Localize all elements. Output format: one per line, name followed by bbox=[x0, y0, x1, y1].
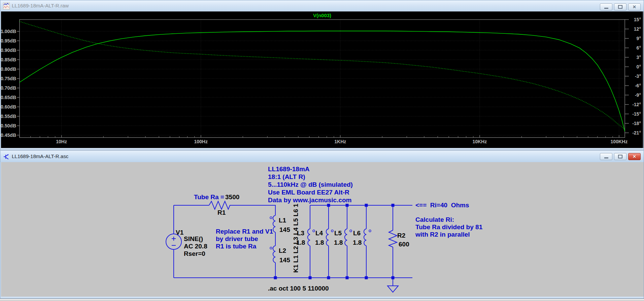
maximize-icon bbox=[618, 5, 622, 9]
y-right-tick-label: -21° bbox=[632, 130, 641, 136]
l3-name[interactable]: L3 bbox=[297, 230, 304, 237]
y-right-tick-label: 12° bbox=[634, 26, 641, 32]
r1-name[interactable]: R1 bbox=[217, 209, 226, 216]
r1-value[interactable]: 3500 bbox=[225, 193, 239, 201]
resistor-r1-symbol[interactable] bbox=[209, 201, 231, 209]
comment-tube-ra[interactable]: Tube Ra = bbox=[194, 193, 224, 201]
minimize-icon bbox=[604, 157, 608, 158]
comment-header-1[interactable]: LL1689-18mA bbox=[268, 165, 310, 173]
y-right-tick-label: -15° bbox=[632, 111, 641, 117]
l5-name[interactable]: L5 bbox=[334, 230, 342, 237]
inductor-l3-symbol[interactable] bbox=[308, 229, 310, 246]
close-button-schematic[interactable]: ✕ bbox=[628, 153, 641, 160]
y-right-tick-label: 9° bbox=[637, 36, 641, 41]
close-button-waveform[interactable]: ✕ bbox=[628, 3, 641, 10]
waveform-window-icon bbox=[3, 3, 10, 9]
ground-symbol[interactable] bbox=[387, 286, 398, 292]
k1-mutual-directive[interactable]: K1 L1 L2 L3 L4 L5 L6 1 bbox=[292, 204, 299, 273]
l6-value[interactable]: 1.8 bbox=[353, 239, 362, 246]
y-left-tick-label: 0.45dB bbox=[1, 132, 16, 138]
phase-dot-l1 bbox=[270, 217, 272, 219]
comment-header-3[interactable]: 5...110kHz @ dB (simulated) bbox=[268, 181, 353, 188]
titlebar-schematic[interactable]: LL1689-18mA-ALT-R.asc ✕ bbox=[0, 151, 644, 162]
y-right-tick-label: 15° bbox=[634, 17, 641, 22]
window-title-schematic: LL1689-18mA-ALT-R.asc bbox=[12, 153, 68, 159]
minimize-button-waveform[interactable] bbox=[600, 3, 612, 10]
r2-value[interactable]: 600 bbox=[399, 241, 409, 248]
comment-replace-2[interactable]: by driver tube bbox=[216, 235, 258, 242]
r2-name[interactable]: R2 bbox=[397, 232, 405, 239]
comment-calc-2[interactable]: Tube Ra divided by 81 bbox=[415, 223, 483, 231]
inductor-l4-symbol[interactable] bbox=[326, 229, 329, 246]
v1-name[interactable]: V1 bbox=[176, 229, 184, 236]
y-left-tick-label: 0.60dB bbox=[1, 104, 16, 110]
l2-value[interactable]: 145 bbox=[279, 257, 290, 264]
y-left-tick-label: 0.75dB bbox=[1, 76, 16, 81]
v1-value-line2[interactable]: AC 20.8 bbox=[184, 243, 207, 250]
maximize-icon bbox=[618, 155, 622, 158]
x-tick-label: 100Hz bbox=[194, 139, 207, 144]
inductor-l1-symbol[interactable] bbox=[273, 215, 275, 232]
l3-value[interactable]: 1.8 bbox=[296, 239, 305, 246]
window-waveform: LL1689-18mA-ALT-R.raw ✕ 1.00dB0.95dB0.90… bbox=[0, 0, 644, 150]
x-tick-label: 1KHz bbox=[334, 139, 346, 144]
y-left-tick-label: 1.00dB bbox=[1, 29, 16, 34]
phase-dot-l2 bbox=[270, 247, 272, 249]
v1-value-line3[interactable]: Rser=0 bbox=[184, 250, 205, 257]
y-right-tick-label: 6° bbox=[637, 45, 641, 51]
minimize-button-schematic[interactable] bbox=[600, 153, 612, 160]
x-tick-label: 10KHz bbox=[472, 139, 487, 144]
voltage-source-polarity-marks bbox=[172, 237, 176, 245]
l4-value[interactable]: 1.8 bbox=[315, 239, 324, 246]
y-left-tick-label: 0.50dB bbox=[1, 123, 16, 128]
y-right-tick-label: -12° bbox=[632, 102, 641, 107]
waveform-plot[interactable]: 1.00dB0.95dB0.90dB0.85dB0.80dB0.75dB0.70… bbox=[0, 11, 644, 148]
maximize-button-schematic[interactable] bbox=[614, 153, 626, 160]
x-tick-label: 100KHz bbox=[611, 139, 628, 144]
phase-dot-l6 bbox=[369, 230, 371, 232]
v1-value-line1[interactable]: SINE() bbox=[184, 235, 203, 242]
phase-dot-l5 bbox=[350, 230, 352, 232]
titlebar-waveform[interactable]: LL1689-18mA-ALT-R.raw ✕ bbox=[0, 0, 644, 11]
schematic-canvas[interactable]: Tube Ra = LL1689-18mA 18:1 (ALT R) 5...1… bbox=[1, 162, 644, 297]
maximize-button-waveform[interactable] bbox=[614, 3, 626, 10]
phase-dot-l4 bbox=[331, 230, 333, 232]
y-right-tick-label: -6° bbox=[635, 83, 641, 88]
schematic-window-icon bbox=[3, 153, 10, 160]
ac-analysis-directive[interactable]: .ac oct 100 5 110000 bbox=[268, 285, 329, 292]
trace-label[interactable]: V(n003) bbox=[313, 12, 331, 18]
minimize-icon bbox=[604, 8, 608, 9]
y-right-tick-label: -3° bbox=[635, 73, 641, 79]
close-icon: ✕ bbox=[633, 5, 636, 9]
ltspice-desktop: LL1689-18mA-ALT-R.raw ✕ 1.00dB0.95dB0.90… bbox=[0, 0, 644, 301]
inductor-l2-symbol[interactable] bbox=[273, 246, 275, 263]
y-left-tick-label: 0.85dB bbox=[1, 57, 16, 62]
l2-name[interactable]: L2 bbox=[279, 247, 286, 254]
comment-replace-3[interactable]: R1 is tube Ra bbox=[216, 243, 257, 250]
l1-value[interactable]: 145 bbox=[279, 226, 290, 233]
x-tick-label: 10Hz bbox=[56, 139, 67, 144]
l5-value[interactable]: 1.8 bbox=[334, 239, 343, 246]
resistor-r2-symbol[interactable] bbox=[389, 230, 397, 247]
comment-header-5[interactable]: Data by www.jacmusic.com bbox=[268, 197, 352, 204]
comment-header-4[interactable]: Use EML Board EE27 Alt-R bbox=[268, 189, 349, 196]
close-icon: ✕ bbox=[633, 154, 636, 159]
y-left-tick-label: 0.80dB bbox=[1, 66, 16, 72]
comment-header-2[interactable]: 18:1 (ALT R) bbox=[268, 173, 305, 180]
y-left-tick-label: 0.70dB bbox=[1, 85, 16, 91]
inductor-l6-symbol[interactable] bbox=[364, 229, 366, 246]
comment-replace-1[interactable]: Replace R1 and V1 bbox=[216, 228, 273, 235]
plot-client-area: 1.00dB0.95dB0.90dB0.85dB0.80dB0.75dB0.70… bbox=[0, 11, 644, 148]
voltage-source-v1-symbol[interactable] bbox=[166, 234, 181, 249]
comment-ri-arrow[interactable]: <== Ri=40 Ohms bbox=[415, 202, 469, 209]
l4-name[interactable]: L4 bbox=[315, 230, 323, 237]
window-schematic: LL1689-18mA-ALT-R.asc ✕ bbox=[0, 150, 644, 299]
y-left-tick-label: 0.65dB bbox=[1, 95, 16, 100]
y-left-tick-label: 0.95dB bbox=[1, 38, 16, 43]
l6-name[interactable]: L6 bbox=[353, 230, 361, 237]
inductor-l5-symbol[interactable] bbox=[345, 229, 347, 246]
l1-name[interactable]: L1 bbox=[279, 217, 286, 224]
comment-calc-3[interactable]: with R2 in parallel bbox=[415, 231, 470, 238]
window-border-right bbox=[643, 11, 644, 148]
comment-calc-1[interactable]: Calculate Ri: bbox=[415, 216, 454, 223]
